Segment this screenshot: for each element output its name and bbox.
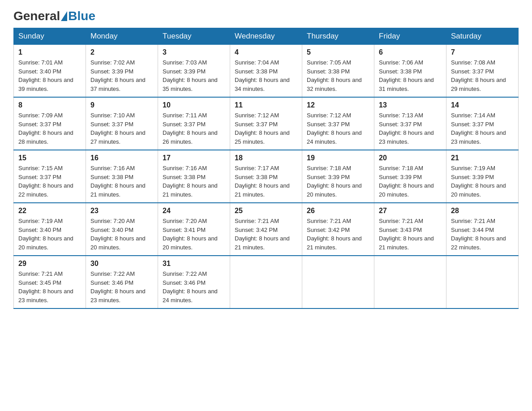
day-number: 15: [18, 154, 81, 162]
calendar-table: SundayMondayTuesdayWednesdayThursdayFrid…: [13, 28, 519, 309]
day-info: Sunrise: 7:03 AMSunset: 3:39 PMDaylight:…: [163, 59, 218, 92]
calendar-cell: 18 Sunrise: 7:17 AMSunset: 3:38 PMDaylig…: [230, 150, 302, 203]
calendar-cell: 1 Sunrise: 7:01 AMSunset: 3:40 PMDayligh…: [14, 45, 86, 98]
day-number: 5: [307, 48, 369, 56]
calendar-week-row: 29 Sunrise: 7:21 AMSunset: 3:45 PMDaylig…: [14, 256, 519, 308]
calendar-cell: 10 Sunrise: 7:11 AMSunset: 3:37 PMDaylig…: [158, 97, 230, 150]
day-info: Sunrise: 7:11 AMSunset: 3:37 PMDaylight:…: [163, 112, 218, 145]
logo-general-text: General: [13, 9, 60, 23]
logo-blue-text: Blue: [68, 9, 95, 23]
day-number: 23: [90, 207, 153, 215]
day-info: Sunrise: 7:12 AMSunset: 3:37 PMDaylight:…: [235, 112, 290, 145]
calendar-cell: [446, 256, 519, 308]
calendar-cell: 27 Sunrise: 7:21 AMSunset: 3:43 PMDaylig…: [374, 203, 446, 256]
day-number: 30: [90, 260, 153, 268]
day-number: 10: [163, 101, 225, 109]
day-info: Sunrise: 7:21 AMSunset: 3:42 PMDaylight:…: [235, 218, 290, 251]
day-number: 3: [163, 48, 225, 56]
weekday-header-sunday: Sunday: [14, 28, 86, 45]
calendar-cell: 2 Sunrise: 7:02 AMSunset: 3:39 PMDayligh…: [86, 45, 158, 98]
day-number: 4: [235, 48, 297, 56]
day-number: 9: [90, 101, 153, 109]
day-info: Sunrise: 7:20 AMSunset: 3:41 PMDaylight:…: [163, 218, 218, 251]
day-info: Sunrise: 7:02 AMSunset: 3:39 PMDaylight:…: [90, 59, 146, 92]
day-info: Sunrise: 7:16 AMSunset: 3:38 PMDaylight:…: [90, 165, 146, 198]
calendar-cell: 12 Sunrise: 7:12 AMSunset: 3:37 PMDaylig…: [302, 97, 374, 150]
day-info: Sunrise: 7:14 AMSunset: 3:37 PMDaylight:…: [451, 112, 506, 145]
calendar-cell: 26 Sunrise: 7:21 AMSunset: 3:42 PMDaylig…: [302, 203, 374, 256]
weekday-header-thursday: Thursday: [302, 28, 374, 45]
calendar-week-row: 1 Sunrise: 7:01 AMSunset: 3:40 PMDayligh…: [14, 45, 519, 98]
day-number: 13: [379, 101, 442, 109]
calendar-cell: 6 Sunrise: 7:06 AMSunset: 3:38 PMDayligh…: [374, 45, 446, 98]
calendar-week-row: 15 Sunrise: 7:15 AMSunset: 3:37 PMDaylig…: [14, 150, 519, 203]
calendar-cell: 28 Sunrise: 7:21 AMSunset: 3:44 PMDaylig…: [446, 203, 519, 256]
calendar-cell: 9 Sunrise: 7:10 AMSunset: 3:37 PMDayligh…: [86, 97, 158, 150]
day-number: 22: [18, 207, 81, 215]
day-number: 25: [235, 207, 297, 215]
day-number: 17: [163, 154, 225, 162]
day-info: Sunrise: 7:17 AMSunset: 3:38 PMDaylight:…: [235, 165, 290, 198]
day-number: 12: [307, 101, 369, 109]
calendar-week-row: 8 Sunrise: 7:09 AMSunset: 3:37 PMDayligh…: [14, 97, 519, 150]
calendar-cell: 7 Sunrise: 7:08 AMSunset: 3:37 PMDayligh…: [446, 45, 519, 98]
calendar-cell: 23 Sunrise: 7:20 AMSunset: 3:40 PMDaylig…: [86, 203, 158, 256]
calendar-cell: 17 Sunrise: 7:16 AMSunset: 3:38 PMDaylig…: [158, 150, 230, 203]
day-number: 1: [18, 48, 81, 56]
calendar-cell: 4 Sunrise: 7:04 AMSunset: 3:38 PMDayligh…: [230, 45, 302, 98]
day-info: Sunrise: 7:19 AMSunset: 3:40 PMDaylight:…: [18, 218, 73, 251]
calendar-cell: 15 Sunrise: 7:15 AMSunset: 3:37 PMDaylig…: [14, 150, 86, 203]
day-number: 28: [451, 207, 514, 215]
day-number: 6: [379, 48, 442, 56]
calendar-cell: 22 Sunrise: 7:19 AMSunset: 3:40 PMDaylig…: [14, 203, 86, 256]
day-info: Sunrise: 7:08 AMSunset: 3:37 PMDaylight:…: [451, 59, 506, 92]
day-number: 20: [379, 154, 442, 162]
day-number: 27: [379, 207, 442, 215]
calendar-cell: 3 Sunrise: 7:03 AMSunset: 3:39 PMDayligh…: [158, 45, 230, 98]
day-info: Sunrise: 7:21 AMSunset: 3:43 PMDaylight:…: [379, 218, 434, 251]
calendar-cell: [302, 256, 374, 308]
calendar-cell: 19 Sunrise: 7:18 AMSunset: 3:39 PMDaylig…: [302, 150, 374, 203]
day-number: 31: [163, 260, 225, 268]
weekday-header-friday: Friday: [374, 28, 446, 45]
day-info: Sunrise: 7:05 AMSunset: 3:38 PMDaylight:…: [307, 59, 362, 92]
calendar-cell: 29 Sunrise: 7:21 AMSunset: 3:45 PMDaylig…: [14, 256, 86, 308]
day-info: Sunrise: 7:20 AMSunset: 3:40 PMDaylight:…: [90, 218, 146, 251]
day-number: 7: [451, 48, 514, 56]
weekday-header-monday: Monday: [86, 28, 158, 45]
header: General Blue: [13, 9, 519, 23]
day-number: 24: [163, 207, 225, 215]
day-info: Sunrise: 7:18 AMSunset: 3:39 PMDaylight:…: [307, 165, 362, 198]
calendar-cell: 14 Sunrise: 7:14 AMSunset: 3:37 PMDaylig…: [446, 97, 519, 150]
weekday-header-wednesday: Wednesday: [230, 28, 302, 45]
day-number: 18: [235, 154, 297, 162]
calendar-cell: 20 Sunrise: 7:18 AMSunset: 3:39 PMDaylig…: [374, 150, 446, 203]
calendar-cell: 21 Sunrise: 7:19 AMSunset: 3:39 PMDaylig…: [446, 150, 519, 203]
day-info: Sunrise: 7:21 AMSunset: 3:44 PMDaylight:…: [451, 218, 506, 251]
day-number: 14: [451, 101, 514, 109]
weekday-header-row: SundayMondayTuesdayWednesdayThursdayFrid…: [14, 28, 519, 45]
day-info: Sunrise: 7:21 AMSunset: 3:45 PMDaylight:…: [18, 270, 73, 304]
calendar-cell: 16 Sunrise: 7:16 AMSunset: 3:38 PMDaylig…: [86, 150, 158, 203]
day-info: Sunrise: 7:13 AMSunset: 3:37 PMDaylight:…: [379, 112, 434, 145]
calendar-cell: 5 Sunrise: 7:05 AMSunset: 3:38 PMDayligh…: [302, 45, 374, 98]
calendar-cell: 8 Sunrise: 7:09 AMSunset: 3:37 PMDayligh…: [14, 97, 86, 150]
day-info: Sunrise: 7:22 AMSunset: 3:46 PMDaylight:…: [163, 270, 218, 304]
day-info: Sunrise: 7:01 AMSunset: 3:40 PMDaylight:…: [18, 59, 73, 92]
day-number: 21: [451, 154, 514, 162]
calendar-cell: 25 Sunrise: 7:21 AMSunset: 3:42 PMDaylig…: [230, 203, 302, 256]
day-number: 8: [18, 101, 81, 109]
day-info: Sunrise: 7:21 AMSunset: 3:42 PMDaylight:…: [307, 218, 362, 251]
calendar-cell: 11 Sunrise: 7:12 AMSunset: 3:37 PMDaylig…: [230, 97, 302, 150]
weekday-header-saturday: Saturday: [446, 28, 519, 45]
calendar-cell: 24 Sunrise: 7:20 AMSunset: 3:41 PMDaylig…: [158, 203, 230, 256]
calendar-cell: 30 Sunrise: 7:22 AMSunset: 3:46 PMDaylig…: [86, 256, 158, 308]
day-number: 2: [90, 48, 153, 56]
day-info: Sunrise: 7:22 AMSunset: 3:46 PMDaylight:…: [90, 270, 146, 304]
day-info: Sunrise: 7:15 AMSunset: 3:37 PMDaylight:…: [18, 165, 73, 198]
day-info: Sunrise: 7:04 AMSunset: 3:38 PMDaylight:…: [235, 59, 290, 92]
calendar-cell: [230, 256, 302, 308]
calendar-cell: 31 Sunrise: 7:22 AMSunset: 3:46 PMDaylig…: [158, 256, 230, 308]
weekday-header-tuesday: Tuesday: [158, 28, 230, 45]
day-info: Sunrise: 7:19 AMSunset: 3:39 PMDaylight:…: [451, 165, 506, 198]
